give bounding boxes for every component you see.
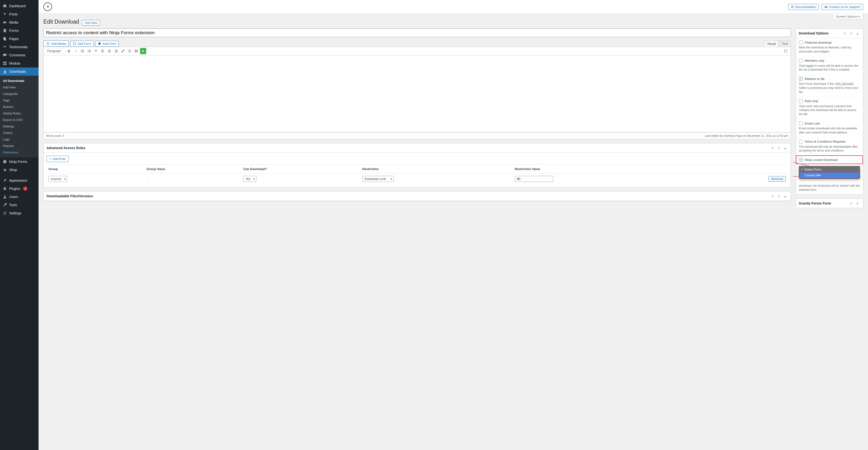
svg-rect-29 [101, 51, 103, 51]
quote-icon [2, 44, 7, 50]
sidebar-item-dashboard[interactable]: Dashboard [0, 2, 38, 10]
align-left-button[interactable] [99, 48, 106, 54]
sidebar-item-testimonials[interactable]: Testimonials [0, 43, 38, 51]
form-circle-icon [98, 42, 101, 45]
move-down-button[interactable]: ∨ [776, 145, 781, 151]
toggle-button[interactable]: ▴ [782, 145, 788, 151]
align-center-button[interactable] [106, 48, 113, 54]
dropdown-option-select-form[interactable]: Select Form [800, 167, 859, 172]
editor-content-area[interactable] [43, 55, 791, 132]
sidebar-item-label: Modula [9, 61, 20, 65]
svg-rect-36 [115, 52, 117, 52]
tab-text[interactable]: Text [779, 40, 791, 47]
shortcode-button[interactable] [140, 48, 146, 54]
sidebar-sub-logs[interactable]: Logs [0, 136, 38, 142]
move-down-button[interactable]: ∨ [855, 201, 860, 206]
toolbar-toggle-button[interactable] [133, 48, 140, 54]
svg-rect-30 [101, 52, 104, 52]
sidebar-sub-all-downloads[interactable]: All Downloads [0, 77, 38, 84]
move-up-button[interactable]: ∧ [848, 201, 854, 206]
ninja-locked-checkbox[interactable]: Ninja Locked Download [799, 158, 860, 162]
bullet-list-button[interactable] [79, 48, 86, 54]
blockquote-button[interactable] [93, 48, 99, 54]
word-count: Word count: 0 [46, 134, 64, 137]
format-selector[interactable]: Paragraph [45, 49, 65, 54]
group-select[interactable]: Anyone [49, 176, 67, 182]
svg-rect-35 [116, 51, 117, 51]
sidebar-sub-export[interactable]: Export to CSV [0, 117, 38, 123]
sidebar-sub-extensions[interactable]: Extensions [0, 149, 38, 156]
option-description: Don't force download. If the dlm_uploads… [799, 82, 860, 94]
screen-options-toggle[interactable]: Screen Options ▾ [833, 14, 863, 20]
restriction-select[interactable]: Download Limit [363, 176, 394, 182]
sidebar-sub-orders[interactable]: Orders [0, 130, 38, 136]
terms-checkbox[interactable]: Terms & Conditions Required [799, 140, 860, 143]
remove-rule-button[interactable]: Remove [769, 176, 786, 182]
sidebar-item-users[interactable]: Users [0, 193, 38, 201]
toggle-button[interactable]: ▴ [782, 193, 788, 199]
redirect-checkbox[interactable]: Redirect to file [799, 77, 860, 81]
sidebar-sub-reports[interactable]: Reports [0, 142, 38, 149]
camera-icon [46, 42, 50, 45]
sidebar-item-label: Comments [9, 53, 26, 57]
link-button[interactable] [120, 48, 126, 54]
external-link-icon [791, 5, 794, 8]
sidebar-sub-global-rules[interactable]: Global Rules [0, 110, 38, 117]
can-download-select[interactable]: Yes [243, 176, 256, 182]
download-title-input[interactable] [43, 28, 791, 37]
paid-only-checkbox[interactable]: Paid Only [799, 99, 860, 103]
fullscreen-button[interactable] [782, 48, 789, 54]
sidebar-submenu: All Downloads Add New Categories Tags Bu… [0, 76, 38, 158]
move-up-button[interactable]: ∧ [770, 193, 775, 199]
move-up-button[interactable]: ∧ [842, 31, 847, 36]
wrench-icon [2, 202, 7, 207]
sidebar-item-settings[interactable]: Settings [0, 209, 38, 217]
email-lock-checkbox[interactable]: Email Lock [799, 121, 860, 125]
svg-point-18 [81, 51, 82, 51]
members-only-checkbox[interactable]: Members only [799, 59, 860, 63]
sidebar-item-shop[interactable]: Shop [0, 166, 38, 174]
sidebar-sub-tags[interactable]: Tags [0, 97, 38, 104]
sidebar-sub-settings[interactable]: Settings [0, 123, 38, 130]
svg-rect-21 [82, 52, 84, 52]
sidebar-item-posts[interactable]: Posts [0, 10, 38, 18]
sidebar-item-ninja-forms[interactable]: Ninja Forms [0, 158, 38, 166]
toggle-button[interactable]: ▴ [855, 31, 860, 36]
sidebar-item-pages[interactable]: Pages [0, 35, 38, 43]
align-right-button[interactable] [113, 48, 119, 54]
sidebar-item-media[interactable]: Media [0, 18, 38, 27]
documentation-button[interactable]: Documentation [788, 4, 819, 10]
featured-checkbox[interactable]: Featured download [799, 40, 860, 44]
col-group-value: Group Value [145, 165, 241, 173]
bold-button[interactable]: B [66, 48, 72, 54]
italic-button[interactable]: I [72, 48, 79, 54]
dropdown-option-contact-me[interactable]: Contact Me [800, 172, 859, 178]
add-rule-button[interactable]: +Add Rule [46, 156, 69, 162]
move-down-button[interactable]: ∨ [848, 31, 854, 36]
sidebar-item-tools[interactable]: Tools [0, 201, 38, 209]
move-down-button[interactable]: ∨ [776, 193, 781, 199]
restriction-value-input[interactable] [515, 176, 553, 182]
insert-more-button[interactable] [126, 48, 133, 54]
svg-point-1 [5, 22, 6, 23]
sidebar-item-comments[interactable]: Comments [0, 51, 38, 59]
add-form-button-2[interactable]: Add Form [95, 41, 119, 47]
svg-rect-2 [4, 29, 6, 32]
sidebar-item-downloads[interactable]: Downloads [0, 67, 38, 76]
sidebar-sub-add-new[interactable]: Add New [0, 84, 38, 91]
sidebar-item-forms[interactable]: Forms [0, 27, 38, 35]
add-media-button[interactable]: Add Media [43, 40, 69, 47]
add-new-button[interactable]: Add New [82, 20, 100, 26]
tab-visual[interactable]: Visual [764, 40, 779, 47]
support-button[interactable]: Contact us for support! [822, 4, 863, 10]
sidebar-sub-categories[interactable]: Categories [0, 91, 38, 97]
sidebar-item-modula[interactable]: Modula [0, 59, 38, 67]
number-list-button[interactable]: 123 [86, 48, 92, 54]
group-value-cell: - [145, 173, 241, 185]
checkbox-icon [799, 140, 803, 143]
sidebar-item-plugins[interactable]: Plugins1 [0, 185, 38, 193]
move-up-button[interactable]: ∧ [770, 145, 775, 151]
add-form-button-1[interactable]: Add Form [70, 41, 94, 47]
sidebar-item-appearance[interactable]: Appearance [0, 176, 38, 185]
sidebar-sub-buttons[interactable]: Buttons [0, 104, 38, 110]
